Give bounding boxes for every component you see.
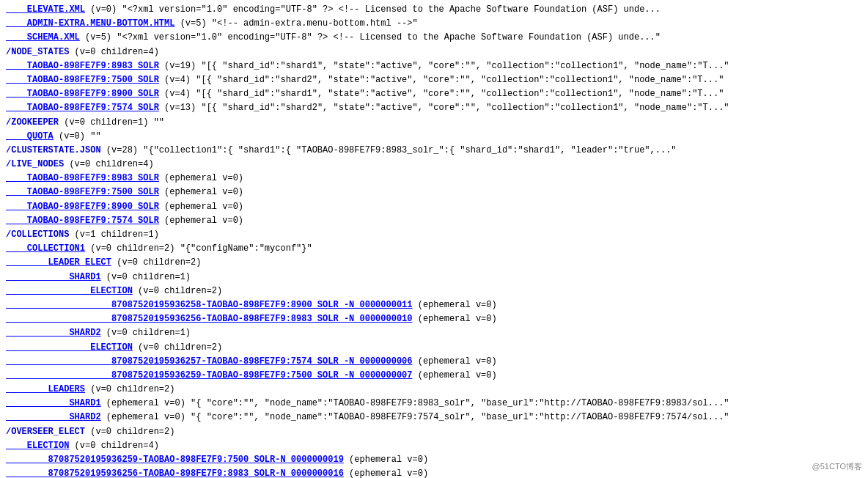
tree-node-value: (ephemeral v=0) "{ "core":"", "node_name… (101, 398, 729, 408)
tree-node-label: /LIVE_NODES (6, 159, 64, 169)
tree-line: ADMIN-EXTRA.MENU-BOTTOM.HTML (v=5) "<!--… (6, 17, 862, 31)
tree-line: 87087520195936259-TAOBAO-898FE7F9:7500_S… (6, 369, 862, 383)
tree-line: 87087520195936256-TAOBAO-898FE7F9:8983_S… (6, 467, 862, 478)
tree-line: QUOTA (v=0) "" (6, 130, 862, 144)
tree-node-label[interactable]: 87087520195936256-TAOBAO-898FE7F9:8983_S… (6, 314, 413, 324)
tree-node-value: (v=0 children=4) (64, 159, 153, 169)
tree-line: TAOBAO-898FE7F9:7574_SOLR (v=13) "[{ "sh… (6, 101, 862, 115)
tree-node-label[interactable]: TAOBAO-898FE7F9:8983_SOLR (6, 61, 159, 71)
tree-node-label[interactable]: QUOTA (6, 131, 54, 141)
tree-node-value: (v=0 children=2) "{"configName":"myconf"… (85, 243, 312, 254)
tree-line: TAOBAO-898FE7F9:8983_SOLR (v=19) "[{ "sh… (6, 59, 862, 73)
tree-line: COLLECTION1 (v=0 children=2) "{"configNa… (6, 242, 862, 256)
tree-node-label[interactable]: ELECTION (6, 342, 133, 353)
tree-node-label[interactable]: 87087520195936258-TAOBAO-898FE7F9:8900_S… (6, 300, 413, 310)
tree-node-label[interactable]: COLLECTION1 (6, 243, 85, 254)
tree-node-label[interactable]: TAOBAO-898FE7F9:7574_SOLR (6, 216, 159, 226)
tree-node-label[interactable]: 87087520195936257-TAOBAO-898FE7F9:7574_S… (6, 356, 413, 367)
tree-node-label[interactable]: TAOBAO-898FE7F9:8900_SOLR (6, 89, 159, 99)
tree-node-value: (ephemeral v=0) (413, 370, 497, 380)
tree-node-label[interactable]: SHARD2 (6, 328, 101, 338)
tree-node-value: (ephemeral v=0) (413, 356, 497, 367)
tree-node-label[interactable]: ELEVATE.XML (6, 4, 85, 15)
tree-node-value: (ephemeral v=0) (159, 173, 243, 183)
tree-line: /LIVE_NODES (v=0 children=4) (6, 158, 862, 172)
watermark: @51CTO博客 (812, 461, 862, 472)
tree-node-label: /CLUSTERSTATE.JSON (6, 145, 101, 155)
tree-node-value: (v=0 children=2) (133, 342, 222, 353)
tree-line: SCHEMA.XML (v=5) "<?xml version="1.0" en… (6, 31, 862, 45)
tree-line: 87087520195936259-TAOBAO-898FE7F9:7500_S… (6, 453, 862, 467)
tree-node-value: (v=5) "<?xml version="1.0" encoding="UTF… (80, 32, 661, 43)
tree-node-value: (v=0) "" (54, 131, 101, 141)
tree-line: /CLUSTERSTATE.JSON (v=28) "{"collection1… (6, 144, 862, 158)
tree-node-value: (v=0 children=1) (101, 328, 191, 338)
tree-line: TAOBAO-898FE7F9:7500_SOLR (ephemeral v=0… (6, 185, 862, 199)
tree-node-value: (v=0 children=1) "" (59, 117, 164, 128)
tree-node-value: (v=1 children=1) (69, 229, 158, 240)
tree-line: 87087520195936258-TAOBAO-898FE7F9:8900_S… (6, 298, 862, 312)
tree-node-label[interactable]: TAOBAO-898FE7F9:8900_SOLR (6, 202, 159, 212)
tree-line: LEADER_ELECT (v=0 children=2) (6, 256, 862, 270)
tree-node-value: (v=28) "{"collection1":{ "shard1":{ "TAO… (101, 145, 677, 155)
tree-node-value: (v=0 children=2) (85, 384, 174, 394)
main-content: ELEVATE.XML (v=0) "<?xml version="1.0" e… (0, 0, 868, 478)
tree-node-label[interactable]: ELECTION (6, 441, 69, 451)
tree-node-label[interactable]: LEADERS (6, 384, 85, 394)
tree-line: SHARD2 (ephemeral v=0) "{ "core":"", "no… (6, 411, 862, 424)
tree-node-label[interactable]: LEADER_ELECT (6, 257, 111, 268)
tree-node-value: (ephemeral v=0) (344, 468, 428, 478)
tree-node-value: (v=0 children=4) (69, 441, 158, 451)
tree-line: /NODE_STATES (v=0 children=4) (6, 45, 862, 59)
tree-node-value: (v=0 children=2) (111, 257, 201, 268)
tree-node-value: (v=5) "<!-- admin-extra.menu-bottom.html… (174, 18, 417, 29)
tree-node-value: (v=0) "<?xml version="1.0" encoding="UTF… (85, 4, 661, 15)
tree-node-value: (v=0 children=1) (101, 272, 191, 282)
tree-node-label[interactable]: SHARD1 (6, 398, 101, 408)
tree-line: TAOBAO-898FE7F9:8900_SOLR (ephemeral v=0… (6, 200, 862, 214)
tree-node-label: /OVERSEER_ELECT (6, 427, 85, 437)
tree-line: ELECTION (v=0 children=2) (6, 284, 862, 298)
tree-node-label: /COLLECTIONS (6, 229, 69, 240)
tree-line: 87087520195936257-TAOBAO-898FE7F9:7574_S… (6, 355, 862, 369)
tree-node-label[interactable]: ELECTION (6, 286, 133, 296)
tree-node-label[interactable]: TAOBAO-898FE7F9:7500_SOLR (6, 187, 159, 197)
tree-node-label[interactable]: 87087520195936259-TAOBAO-898FE7F9:7500_S… (6, 370, 413, 380)
tree-node-label[interactable]: TAOBAO-898FE7F9:7500_SOLR (6, 75, 159, 85)
tree-node-label: /NODE_STATES (6, 47, 69, 57)
tree-node-value: (ephemeral v=0) (159, 202, 243, 212)
tree-node-label[interactable]: TAOBAO-898FE7F9:8983_SOLR (6, 173, 159, 183)
tree-line: 87087520195936256-TAOBAO-898FE7F9:8983_S… (6, 312, 862, 326)
tree-line: TAOBAO-898FE7F9:7574_SOLR (ephemeral v=0… (6, 214, 862, 228)
tree-node-value: (v=19) "[{ "shard_id":"shard1", "state":… (159, 61, 729, 71)
tree-line: SHARD2 (v=0 children=1) (6, 326, 862, 340)
tree-node-label[interactable]: 87087520195936259-TAOBAO-898FE7F9:7500_S… (6, 455, 344, 465)
tree-node-label: /ZOOKEEPER (6, 117, 59, 128)
tree-node-value: (v=13) "[{ "shard_id":"shard2", "state":… (159, 103, 729, 113)
tree-node-label[interactable]: SHARD2 (6, 412, 101, 422)
tree-node-value: (ephemeral v=0) (159, 187, 243, 197)
tree-node-value: (v=0 children=4) (69, 47, 158, 57)
tree-node-value: (v=0 children=2) (133, 286, 222, 296)
tree-line: TAOBAO-898FE7F9:7500_SOLR (v=4) "[{ "sha… (6, 73, 862, 87)
tree-line: TAOBAO-898FE7F9:8900_SOLR (v=4) "[{ "sha… (6, 87, 862, 101)
tree-line: SHARD1 (ephemeral v=0) "{ "core":"", "no… (6, 397, 862, 411)
tree-node-label[interactable]: SCHEMA.XML (6, 32, 80, 43)
tree-node-value: (v=4) "[{ "shard_id":"shard1", "state":"… (159, 89, 724, 99)
tree-line: /ZOOKEEPER (v=0 children=1) "" (6, 116, 862, 130)
tree-node-value: (ephemeral v=0) (413, 300, 497, 310)
tree-node-label[interactable]: SHARD1 (6, 272, 101, 282)
tree-node-value: (v=4) "[{ "shard_id":"shard2", "state":"… (159, 75, 724, 85)
tree-node-label[interactable]: ADMIN-EXTRA.MENU-BOTTOM.HTML (6, 18, 174, 29)
tree-line: TAOBAO-898FE7F9:8983_SOLR (ephemeral v=0… (6, 172, 862, 185)
tree-line: /COLLECTIONS (v=1 children=1) (6, 228, 862, 242)
tree-line: SHARD1 (v=0 children=1) (6, 271, 862, 284)
tree-node-value: (ephemeral v=0) "{ "core":"", "node_name… (101, 412, 729, 422)
tree-line: /OVERSEER_ELECT (v=0 children=2) (6, 425, 862, 439)
tree-node-label[interactable]: 87087520195936256-TAOBAO-898FE7F9:8983_S… (6, 468, 344, 478)
tree-node-label[interactable]: TAOBAO-898FE7F9:7574_SOLR (6, 103, 159, 113)
tree-line: ELECTION (v=0 children=4) (6, 439, 862, 453)
tree-node-value: (ephemeral v=0) (159, 216, 243, 226)
tree-node-value: (ephemeral v=0) (344, 455, 428, 465)
tree-line: LEADERS (v=0 children=2) (6, 383, 862, 397)
